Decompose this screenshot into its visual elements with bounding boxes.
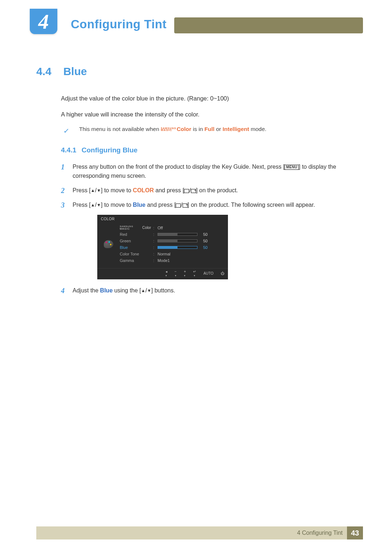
osd-row: SAMSUNGMAGIC Color:Off	[120, 225, 224, 231]
triangle-icon: ▲	[91, 202, 95, 208]
rect-plus-icon	[191, 189, 196, 193]
chapter-number-tab: 4	[30, 9, 57, 34]
osd-row: Blue:50	[120, 244, 224, 251]
osd-slider-bar	[158, 246, 197, 249]
osd-footer-icon: +▾	[184, 270, 186, 277]
step-3: 3Press [▲/▼] to move to Blue and press […	[61, 200, 356, 210]
subsection-number: 4.4.1	[61, 146, 76, 154]
step-1: 1Press any button on the front of the pr…	[61, 162, 356, 181]
subsection-title: Configuring Blue	[82, 146, 138, 154]
chapter-title: Configuring Tint	[71, 17, 167, 31]
osd-footer: ◂▾−▾+▾↵▾AUTO⏻	[97, 268, 228, 279]
osd-slider-value: 50	[200, 245, 208, 250]
osd-slider-value: 50	[200, 239, 208, 243]
osd-value: Normal	[158, 252, 170, 256]
highlight-orange: COLOR	[133, 187, 154, 193]
step-2: 2Press [▲/▼] to move to COLOR and press …	[61, 186, 356, 195]
step-number: 2	[61, 186, 68, 195]
triangle-icon: ▼	[97, 202, 101, 208]
triangle-icon: ▼	[97, 188, 101, 193]
osd-screenshot: COLORSAMSUNGMAGIC Color:OffRed:50Green:5…	[97, 215, 356, 279]
rect-icon	[176, 204, 181, 208]
step-number: 3	[61, 200, 68, 210]
rect-plus-icon	[183, 204, 188, 208]
footer-chapter-label: 4 Configuring Tint	[297, 530, 343, 536]
osd-footer-icon: AUTO	[203, 272, 213, 275]
osd-row: Gamma:Mode1	[120, 257, 224, 264]
osd-slider-value: 50	[200, 232, 208, 237]
osd-label: Blue	[120, 245, 151, 250]
triangle-icon: ▲	[141, 288, 146, 293]
osd-label: Red	[120, 232, 151, 237]
step-number: 1	[61, 162, 68, 181]
osd-value: Mode1	[158, 258, 170, 263]
menu-button-icon: MENU	[285, 165, 299, 170]
step-text: Press any button on the front of the pro…	[73, 162, 356, 181]
osd-label: Gamma	[120, 258, 151, 263]
page-header: 4 Configuring Tint	[0, 9, 392, 34]
osd-label: Color Tone	[120, 252, 151, 256]
page-content: 4.4 Blue Adjust the value of the color b…	[36, 65, 356, 300]
triangle-icon: ▲	[91, 188, 95, 193]
subsection-heading: 4.4.1 Configuring Blue	[61, 146, 356, 154]
osd-label: Green	[120, 239, 151, 243]
step-list: 1Press any button on the front of the pr…	[61, 162, 356, 295]
osd-footer-icon: ◂▾	[166, 270, 167, 277]
note-text: This menu is not available when SAMSUNGM…	[79, 126, 266, 132]
step-number: 4	[61, 286, 68, 295]
samsung-magic-label: SAMSUNGMAGIC	[161, 127, 176, 132]
osd-label: SAMSUNGMAGIC	[120, 226, 142, 230]
highlight-blue: Blue	[133, 202, 146, 208]
palette-icon	[104, 240, 113, 248]
step-text: Press [▲/▼] to move to Blue and press [/…	[73, 200, 315, 210]
osd-footer-icon: ⏻	[221, 272, 224, 275]
section-title: Blue	[63, 65, 87, 77]
osd-slider-bar	[158, 239, 197, 242]
triangle-icon: ▼	[147, 288, 151, 293]
step-text: Adjust the Blue using the [▲/▼] buttons.	[73, 286, 175, 295]
step-4: 4Adjust the Blue using the [▲/▼] buttons…	[61, 286, 356, 295]
step-text: Press [▲/▼] to move to COLOR and press […	[73, 186, 238, 195]
intro-paragraph: A higher value will increase the intensi…	[61, 110, 356, 119]
rect-icon	[184, 189, 189, 193]
header-accent-bar	[174, 17, 363, 33]
osd-row: Green:50	[120, 238, 224, 244]
page-footer: 4 Configuring Tint 43	[36, 526, 363, 539]
section-heading: 4.4 Blue	[36, 65, 356, 78]
osd-value: Off	[158, 226, 163, 230]
brand-suffix: Color	[177, 126, 191, 132]
intro-paragraph: Adjust the value of the color blue in th…	[61, 94, 356, 103]
note-full: Full	[204, 126, 215, 132]
highlight-blue: Blue	[100, 287, 113, 294]
note-row: ✓ This menu is not available when SAMSUN…	[61, 126, 356, 136]
osd-footer-icon: −▾	[175, 270, 177, 277]
osd-footer-icon: ↵▾	[193, 270, 196, 277]
note-intelligent: Intelligent	[222, 126, 249, 132]
note-icon: ✓	[61, 126, 72, 136]
section-number: 4.4	[36, 65, 62, 78]
osd-row: Red:50	[120, 231, 224, 238]
osd-row: Color Tone:Normal	[120, 251, 224, 257]
page-number: 43	[347, 526, 363, 539]
osd-title: COLOR	[97, 215, 228, 223]
osd-slider-bar	[158, 233, 197, 236]
note-pre: This menu is not available when	[79, 126, 161, 132]
chapter-number: 4	[38, 9, 49, 34]
